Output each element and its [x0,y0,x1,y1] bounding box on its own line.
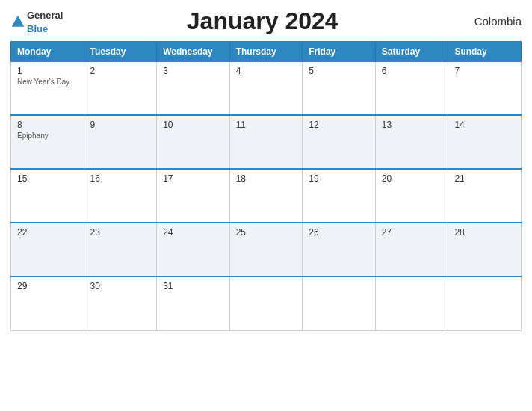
day-number: 12 [309,120,369,130]
calendar-cell: 21 [448,169,522,223]
calendar-cell: 9 [84,115,157,169]
page-title: January 2024 [63,7,462,35]
calendar-cell: 15 [11,169,84,223]
day-number: 22 [17,227,78,238]
day-number: 21 [454,173,515,184]
day-number: 1 [17,66,78,76]
day-number: 4 [236,66,297,76]
calendar-cell: 27 [375,223,448,276]
calendar-cell: 6 [375,61,448,115]
calendar-table: Monday Tuesday Wednesday Thursday Friday… [10,41,522,331]
calendar-cell: 5 [303,61,376,115]
day-number: 19 [309,173,369,184]
day-number: 20 [382,173,442,184]
col-wednesday: Wednesday [157,42,230,61]
day-number: 11 [236,120,297,130]
holiday-label: New Year's Day [17,78,78,86]
logo-icon [10,14,25,29]
col-friday: Friday [303,42,376,61]
day-number: 6 [382,66,442,76]
calendar-cell: 22 [11,223,84,276]
col-sunday: Sunday [448,42,522,61]
day-number: 27 [382,227,442,238]
day-number: 16 [90,173,151,184]
calendar-cell: 23 [84,223,157,276]
calendar-cell: 25 [229,223,303,276]
calendar-cell: 18 [229,169,303,223]
day-number: 10 [163,120,223,130]
weekday-header-row: Monday Tuesday Wednesday Thursday Friday… [11,42,522,61]
calendar-cell: 4 [229,61,303,115]
day-number: 13 [382,120,442,130]
day-number: 14 [454,120,515,130]
calendar-cell: 16 [84,169,157,223]
calendar-week-row: 1New Year's Day234567 [11,61,522,115]
day-number: 31 [163,281,223,291]
calendar-cell: 13 [375,115,448,169]
col-thursday: Thursday [229,42,303,61]
calendar-cell: 30 [84,276,157,330]
calendar-page: General Blue January 2024 Colombia Monda… [0,0,532,411]
day-number: 24 [163,227,223,238]
calendar-cell: 2 [84,61,157,115]
logo-text: General Blue [27,8,63,35]
calendar-cell [303,276,376,330]
col-monday: Monday [11,42,84,61]
day-number: 15 [17,173,78,184]
calendar-cell: 31 [157,276,230,330]
calendar-week-row: 22232425262728 [11,223,522,276]
calendar-cell: 17 [157,169,230,223]
calendar-week-row: 8Epiphany91011121314 [11,115,522,169]
day-number: 7 [454,66,515,76]
calendar-week-row: 15161718192021 [11,169,522,223]
day-number: 5 [309,66,369,76]
calendar-cell: 1New Year's Day [11,61,84,115]
calendar-cell: 11 [229,115,303,169]
calendar-cell: 29 [11,276,84,330]
day-number: 29 [17,281,78,291]
calendar-cell: 3 [157,61,230,115]
day-number: 25 [236,227,297,238]
day-number: 18 [236,173,297,184]
calendar-cell [229,276,303,330]
col-tuesday: Tuesday [84,42,157,61]
calendar-cell: 7 [448,61,522,115]
logo-blue: Blue [27,23,48,34]
day-number: 23 [90,227,151,238]
day-number: 2 [90,66,151,76]
day-number: 8 [17,120,78,130]
svg-marker-0 [12,15,25,26]
logo: General Blue [10,8,63,35]
day-number: 26 [309,227,369,238]
calendar-cell: 12 [303,115,376,169]
calendar-cell [448,276,522,330]
calendar-cell: 19 [303,169,376,223]
calendar-cell [375,276,448,330]
calendar-cell: 10 [157,115,230,169]
calendar-cell: 20 [375,169,448,223]
holiday-label: Epiphany [17,132,78,140]
day-number: 30 [90,281,151,291]
page-header: General Blue January 2024 Colombia [10,7,522,35]
calendar-cell: 26 [303,223,376,276]
calendar-cell: 28 [448,223,522,276]
logo-general: General [27,10,63,21]
day-number: 3 [163,66,223,76]
day-number: 28 [454,227,515,238]
day-number: 9 [90,120,151,130]
country-label: Colombia [462,15,522,28]
col-saturday: Saturday [375,42,448,61]
calendar-cell: 8Epiphany [11,115,84,169]
calendar-cell: 24 [157,223,230,276]
day-number: 17 [163,173,223,184]
calendar-cell: 14 [448,115,522,169]
calendar-week-row: 293031 [11,276,522,330]
